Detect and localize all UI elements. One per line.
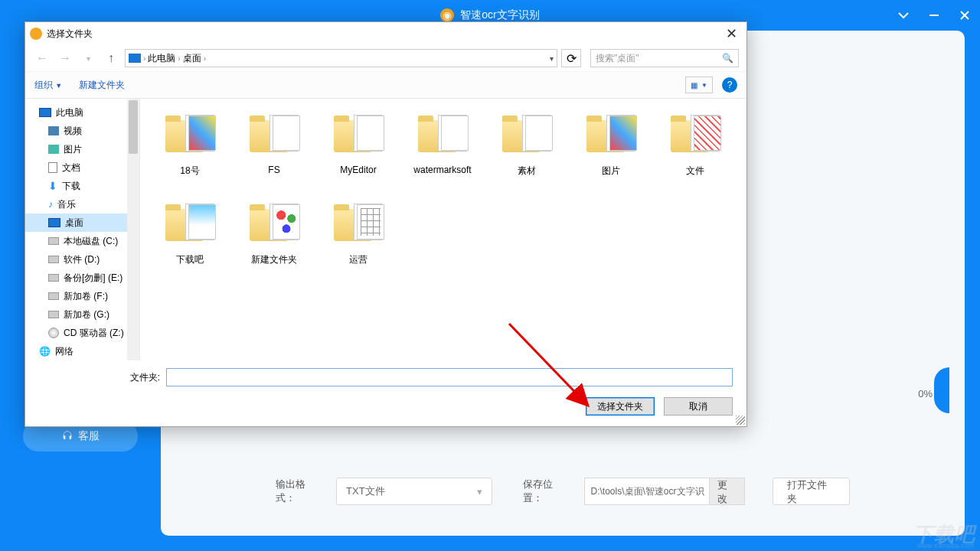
folder-icon [583, 114, 639, 160]
collapse-button[interactable] [888, 0, 919, 31]
folder-item[interactable]: 文件 [653, 109, 737, 192]
tree-item[interactable]: 此电脑 [25, 103, 139, 122]
tree-item[interactable]: 新加卷 (G:) [25, 305, 139, 324]
tree-item-label: 文档 [62, 161, 80, 174]
dialog-titlebar: 选择文件夹 ✕ [25, 22, 746, 45]
tree-item[interactable]: 图片 [25, 140, 139, 158]
tree-item[interactable]: ♪音乐 [25, 195, 139, 214]
output-format-value: TXT文件 [346, 484, 385, 498]
folder-label: 新建文件夹 [251, 253, 297, 266]
folder-label: 下载吧 [176, 253, 204, 266]
chevron-down-icon[interactable]: ▾ [550, 54, 554, 63]
tree-item-label: 网络 [55, 345, 74, 358]
folder-icon [415, 114, 470, 160]
tree-item[interactable]: 🌐网络 [25, 342, 139, 360]
organize-menu[interactable]: 组织 ▼ [34, 79, 62, 92]
tree-item[interactable]: CD 驱动器 (Z:) [25, 324, 139, 342]
address-bar[interactable]: › 此电脑 › 桌面 › ▾ [125, 49, 557, 67]
dialog-close-button[interactable]: ✕ [721, 25, 742, 42]
folder-picker-dialog: 选择文件夹 ✕ ← → ▾ ↑ › 此电脑 › 桌面 › ▾ ⟳ 搜索"桌面" … [24, 21, 747, 427]
view-mode-button[interactable]: ▦▼ [685, 77, 713, 93]
folder-label: 文件 [686, 165, 704, 178]
minimize-button[interactable] [919, 0, 949, 31]
folder-name-label: 文件夹: [129, 371, 160, 384]
nav-back-button[interactable]: ← [33, 49, 51, 67]
drive-icon [48, 256, 59, 263]
tree-item-label: 图片 [64, 143, 82, 156]
resize-grip[interactable] [736, 416, 745, 425]
folder-item[interactable]: 新建文件夹 [232, 198, 316, 281]
folder-item[interactable]: 下载吧 [148, 198, 232, 281]
search-input[interactable]: 搜索"桌面" 🔍 [590, 49, 739, 67]
save-location-path[interactable]: D:\tools\桌面\智速ocr文字识 [584, 478, 710, 505]
drive-icon [48, 311, 59, 318]
dialog-toolbar: 组织 ▼ 新建文件夹 ▦▼ ? [25, 71, 746, 99]
tree-item[interactable]: 桌面 [25, 214, 139, 232]
customer-service-label: 客服 [78, 429, 100, 443]
thumbnails-icon: ▦ [691, 81, 697, 90]
pic-icon [48, 145, 59, 154]
folder-tree[interactable]: 此电脑视频图片文档⬇下载♪音乐桌面本地磁盘 (C:)软件 (D:)备份[勿删] … [25, 99, 140, 360]
headset-icon [61, 430, 74, 442]
scrollbar-thumb[interactable] [129, 100, 138, 154]
tree-item-label: 音乐 [57, 198, 76, 211]
folder-icon [247, 114, 302, 160]
folder-label: FS [268, 165, 279, 175]
tree-item-label: 下载 [62, 180, 80, 193]
help-button[interactable]: ? [722, 77, 737, 93]
folder-item[interactable]: 18号 [148, 109, 232, 192]
breadcrumb-loc[interactable]: 桌面 [183, 52, 201, 65]
tree-item[interactable]: 软件 (D:) [25, 250, 139, 269]
folder-item[interactable]: 运营 [316, 198, 400, 281]
pc-icon [129, 54, 141, 63]
decorative-tab [934, 367, 949, 413]
chevron-right-icon: › [178, 54, 180, 63]
monitor-icon [48, 218, 60, 227]
search-icon: 🔍 [722, 53, 733, 64]
drive-icon [48, 237, 59, 245]
cd-icon [48, 328, 59, 338]
tree-item-label: CD 驱动器 (Z:) [64, 327, 124, 340]
change-path-button[interactable]: 更改 [709, 478, 745, 505]
folder-item[interactable]: FS [232, 109, 316, 192]
bottom-bar: 输出格式： TXT文件 ▾ 保存位置： D:\tools\桌面\智速ocr文字识… [176, 462, 949, 520]
drive-icon [48, 274, 59, 282]
nav-forward-button[interactable]: → [56, 49, 74, 67]
tree-item[interactable]: ⬇下载 [25, 177, 139, 195]
tree-item-label: 备份[勿删] (E:) [64, 272, 122, 285]
folder-item[interactable]: MyEditor [316, 109, 400, 192]
nav-recent-dropdown[interactable]: ▾ [79, 49, 97, 67]
tree-item-label: 此电脑 [56, 106, 83, 119]
refresh-button[interactable]: ⟳ [561, 49, 581, 67]
tree-item-label: 本地磁盘 (C:) [64, 235, 118, 248]
tree-item[interactable]: 文档 [25, 158, 139, 177]
folder-item[interactable]: 素材 [485, 109, 569, 192]
cancel-button[interactable]: 取消 [664, 397, 733, 416]
tree-item[interactable]: 新加卷 (F:) [25, 287, 139, 305]
folder-icon [247, 203, 302, 249]
chevron-right-icon: › [143, 54, 145, 63]
chevron-right-icon: › [204, 54, 206, 63]
tree-item-label: 软件 (D:) [64, 253, 100, 266]
close-button[interactable] [949, 0, 980, 31]
output-format-dropdown[interactable]: TXT文件 ▾ [336, 478, 492, 505]
tree-scrollbar[interactable] [127, 99, 139, 360]
folder-item[interactable]: 图片 [569, 109, 653, 192]
select-folder-button[interactable]: 选择文件夹 [586, 397, 655, 416]
tree-item-label: 新加卷 (F:) [64, 290, 108, 303]
folder-item[interactable]: watermarksoft [400, 109, 485, 192]
tree-item-label: 视频 [64, 125, 82, 138]
folder-icon [162, 203, 217, 249]
dialog-bottom: 文件夹: 选择文件夹 取消 [25, 360, 746, 426]
tree-item[interactable]: 视频 [25, 122, 139, 140]
tree-item[interactable]: 备份[勿删] (E:) [25, 269, 139, 287]
video-icon [48, 126, 59, 135]
search-placeholder: 搜索"桌面" [596, 52, 639, 65]
nav-up-button[interactable]: ↑ [102, 49, 120, 67]
folder-name-input[interactable] [166, 368, 733, 386]
folder-grid[interactable]: 18号FSMyEditorwatermarksoft素材图片文件下载吧新建文件夹… [140, 99, 746, 360]
breadcrumb-root[interactable]: 此电脑 [148, 52, 175, 65]
new-folder-button[interactable]: 新建文件夹 [79, 79, 125, 92]
tree-item[interactable]: 本地磁盘 (C:) [25, 232, 139, 250]
open-folder-button[interactable]: 打开文件夹 [773, 478, 850, 505]
